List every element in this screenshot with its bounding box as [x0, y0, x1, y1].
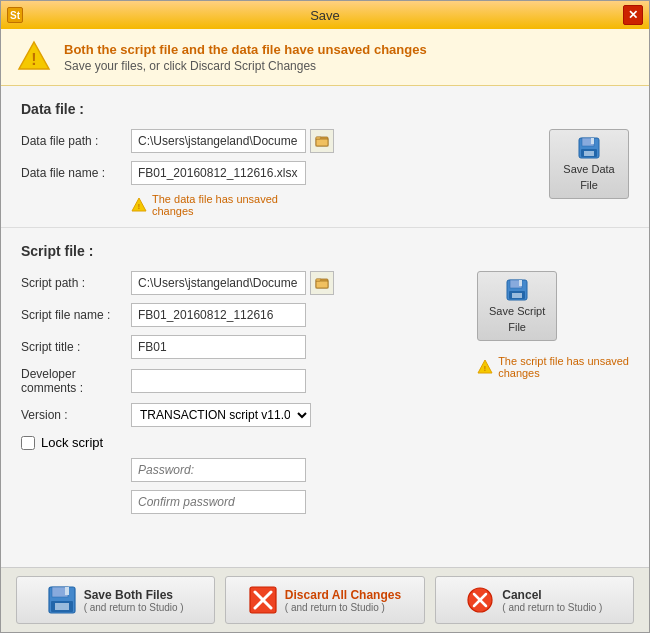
- script-unsaved-msg: ! The script file has unsaved changes: [477, 355, 629, 379]
- window-title: Save: [310, 8, 340, 23]
- password-input[interactable]: [131, 458, 306, 482]
- script-unsaved-warn-icon: !: [477, 359, 493, 375]
- save-data-floppy-icon: [578, 137, 600, 159]
- browse-icon: [315, 134, 329, 148]
- script-title-label: Script title :: [21, 340, 131, 354]
- confirm-password-input-wrap: [131, 490, 462, 514]
- cancel-icon: [466, 586, 494, 614]
- lock-script-row: Lock script: [21, 435, 462, 450]
- cancel-text: Cancel ( and return to Studio ): [502, 588, 602, 613]
- data-name-row: Data file name :: [21, 161, 534, 185]
- discard-icon: [249, 586, 277, 614]
- data-name-input-wrap: [131, 161, 534, 185]
- svg-text:!: !: [31, 51, 36, 68]
- save-script-file-button[interactable]: Save Script File: [477, 271, 557, 341]
- content-area: Data file : Data file path :: [1, 86, 649, 567]
- script-title-row: Script title :: [21, 335, 462, 359]
- svg-rect-19: [512, 293, 522, 298]
- script-file-title: Script file :: [21, 243, 629, 259]
- data-unsaved-warn-icon: !: [131, 197, 147, 213]
- save-data-file-button[interactable]: Save Data File: [549, 129, 629, 199]
- lock-script-label: Lock script: [41, 435, 103, 450]
- svg-rect-13: [316, 281, 328, 288]
- script-unsaved-text: The script file has unsaved: [498, 355, 629, 367]
- script-version-select-wrap: TRANSACTION script v11.0: [131, 403, 462, 427]
- password-input-wrap: [131, 458, 462, 482]
- data-file-body: Data file path :: [21, 129, 629, 217]
- save-script-btn-label2: File: [508, 321, 526, 333]
- data-file-fields: Data file path :: [21, 129, 534, 217]
- data-unsaved-msg: ! The data file has unsaved changes: [131, 193, 534, 217]
- svg-rect-24: [65, 587, 69, 595]
- discard-text: Discard All Changes ( and return to Stud…: [285, 588, 401, 613]
- script-comments-input[interactable]: [131, 369, 306, 393]
- confirm-password-row: [21, 490, 462, 514]
- script-save-right: Save Script File ! The script file has u…: [477, 271, 629, 379]
- script-path-row: Script path :: [21, 271, 462, 295]
- script-name-input-wrap: [131, 303, 462, 327]
- data-unsaved-text2: changes: [152, 205, 278, 217]
- save-both-button[interactable]: Save Both Files ( and return to Studio ): [16, 576, 215, 624]
- script-browse-icon: [315, 276, 329, 290]
- data-name-input[interactable]: [131, 161, 306, 185]
- discard-sub-label: ( and return to Studio ): [285, 602, 385, 613]
- save-data-btn-label2: File: [580, 179, 598, 191]
- script-file-fields: Script path :: [21, 271, 462, 522]
- cancel-main-label: Cancel: [502, 588, 541, 602]
- script-version-row: Version : TRANSACTION script v11.0: [21, 403, 462, 427]
- svg-rect-11: [584, 151, 594, 156]
- data-path-label: Data file path :: [21, 134, 131, 148]
- data-path-input-wrap: [131, 129, 534, 153]
- script-name-input[interactable]: [131, 303, 306, 327]
- data-save-right: Save Data File: [549, 129, 629, 199]
- warning-sub-text: Save your files, or click Discard Script…: [64, 59, 427, 73]
- script-version-select[interactable]: TRANSACTION script v11.0: [131, 403, 311, 427]
- script-version-label: Version :: [21, 408, 131, 422]
- warning-bar: ! Both the script file and the data file…: [1, 29, 649, 86]
- script-name-label: Script file name :: [21, 308, 131, 322]
- close-button[interactable]: ✕: [623, 5, 643, 25]
- save-script-floppy-icon: [506, 279, 528, 301]
- save-both-main-label: Save Both Files: [84, 588, 173, 602]
- script-comments-label: Developer comments :: [21, 367, 131, 395]
- confirm-password-input[interactable]: [131, 490, 306, 514]
- warning-text-block: Both the script file and the data file h…: [64, 42, 427, 73]
- svg-marker-14: [316, 279, 321, 281]
- save-script-btn-label: Save Script: [489, 305, 545, 317]
- script-file-body: Script path :: [21, 271, 629, 522]
- data-name-label: Data file name :: [21, 166, 131, 180]
- data-unsaved-text: The data file has unsaved: [152, 193, 278, 205]
- script-comments-row: Developer comments :: [21, 367, 462, 395]
- svg-rect-26: [55, 603, 69, 610]
- script-unsaved-text2: changes: [498, 367, 629, 379]
- data-file-title: Data file :: [21, 101, 629, 117]
- svg-text:!: !: [484, 365, 486, 372]
- svg-rect-17: [519, 280, 522, 286]
- script-path-input[interactable]: [131, 271, 306, 295]
- script-path-browse-button[interactable]: [310, 271, 334, 295]
- data-path-input[interactable]: [131, 129, 306, 153]
- data-path-browse-button[interactable]: [310, 129, 334, 153]
- svg-text:!: !: [138, 203, 140, 210]
- lock-script-checkbox[interactable]: [21, 436, 35, 450]
- save-data-btn-label: Save Data: [563, 163, 614, 175]
- script-file-section: Script file : Script path :: [1, 228, 649, 532]
- script-title-input-wrap: [131, 335, 462, 359]
- data-path-row: Data file path :: [21, 129, 534, 153]
- data-file-section: Data file : Data file path :: [1, 86, 649, 228]
- app-icon: St: [7, 7, 23, 23]
- cancel-button[interactable]: Cancel ( and return to Studio ): [435, 576, 634, 624]
- script-path-label: Script path :: [21, 276, 131, 290]
- discard-main-label: Discard All Changes: [285, 588, 401, 602]
- title-bar: St Save ✕: [1, 1, 649, 29]
- title-bar-left: St: [7, 7, 23, 23]
- save-both-sub-label: ( and return to Studio ): [84, 602, 184, 613]
- cancel-sub-label: ( and return to Studio ): [502, 602, 602, 613]
- svg-marker-4: [316, 137, 321, 139]
- password-row: [21, 458, 462, 482]
- script-title-input[interactable]: [131, 335, 306, 359]
- save-dialog: St Save ✕ ! Both the script file and the…: [0, 0, 650, 633]
- discard-all-button[interactable]: Discard All Changes ( and return to Stud…: [225, 576, 424, 624]
- footer: Save Both Files ( and return to Studio )…: [1, 567, 649, 632]
- svg-rect-3: [316, 139, 328, 146]
